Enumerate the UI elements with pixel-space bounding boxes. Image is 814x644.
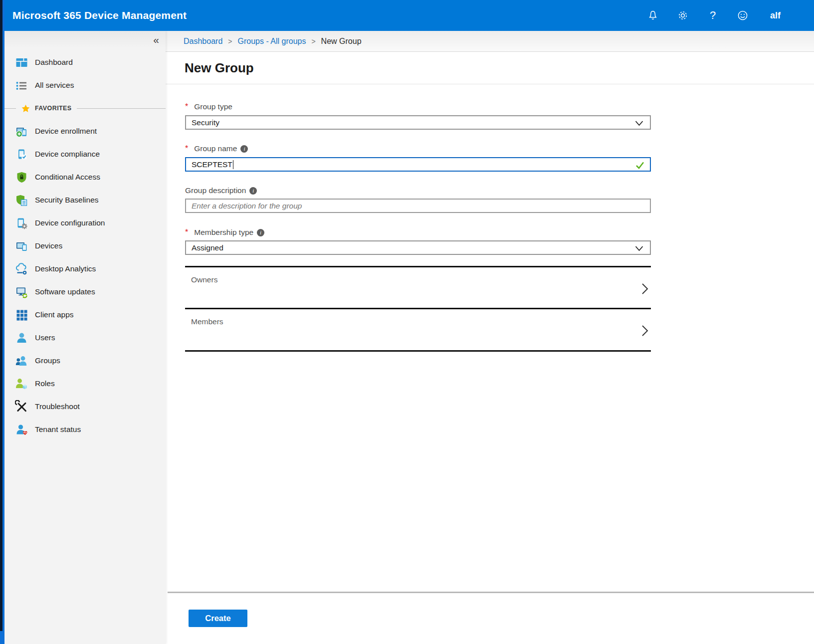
breadcrumb-separator: > <box>311 37 315 45</box>
info-icon[interactable]: i <box>257 229 264 236</box>
sidebar-collapse-button[interactable]: « <box>153 34 159 45</box>
favorites-label: FAVORITES <box>35 105 72 112</box>
sidebar-item-label: Tenant status <box>35 425 81 434</box>
device-configuration-icon <box>15 216 28 230</box>
device-compliance-icon <box>15 148 28 161</box>
chevron-down-icon <box>635 245 643 251</box>
app-title: Microsoft 365 Device Management <box>12 0 187 31</box>
info-icon[interactable]: i <box>240 145 248 153</box>
help-icon[interactable]: ? <box>706 9 719 22</box>
star-icon <box>21 104 30 113</box>
users-icon <box>15 331 28 345</box>
chevron-right-icon <box>641 283 648 295</box>
groups-icon <box>15 354 28 368</box>
sidebar-item-label: Roles <box>35 379 55 388</box>
settings-gear-icon[interactable] <box>676 9 689 22</box>
left-edge-strip-bottom <box>0 631 4 644</box>
sidebar: « Dashboard All services FAVOR <box>4 31 166 644</box>
dashboard-icon <box>15 56 28 69</box>
sidebar-item-client-apps[interactable]: Client apps <box>4 303 166 326</box>
membership-type-label: * Membership type i <box>185 227 264 237</box>
breadcrumb: Dashboard > Groups - All groups > New Gr… <box>166 31 814 52</box>
sidebar-item-label: Conditional Access <box>35 173 100 182</box>
security-baselines-icon <box>15 194 28 207</box>
sidebar-item-label: All services <box>35 81 74 90</box>
chevron-right-icon <box>641 325 648 337</box>
page-title: New Group <box>185 60 254 76</box>
group-description-input[interactable] <box>185 199 651 213</box>
membership-type-select[interactable]: Assigned <box>185 240 651 255</box>
group-name-label: * Group name i <box>185 144 248 154</box>
breadcrumb-link-dashboard[interactable]: Dashboard <box>184 37 222 46</box>
sidebar-item-all-services[interactable]: All services <box>4 74 166 97</box>
sidebar-item-devices[interactable]: Devices <box>4 234 166 257</box>
sidebar-item-tenant-status[interactable]: Tenant status <box>4 418 166 441</box>
required-asterisk: * <box>185 227 188 237</box>
conditional-access-icon <box>15 171 28 184</box>
sidebar-item-groups[interactable]: Groups <box>4 349 166 372</box>
create-button[interactable]: Create <box>189 610 247 627</box>
sidebar-item-security-baselines[interactable]: Security Baselines <box>4 189 166 212</box>
all-services-icon <box>15 79 28 92</box>
required-asterisk: * <box>185 144 188 154</box>
breadcrumb-separator: > <box>228 37 232 45</box>
sidebar-item-software-updates[interactable]: Software updates <box>4 280 166 303</box>
sidebar-item-device-enrollment[interactable]: Device enrollment <box>4 120 166 143</box>
notifications-bell-icon[interactable] <box>646 9 659 22</box>
required-asterisk: * <box>185 102 188 112</box>
breadcrumb-current: New Group <box>321 37 362 46</box>
owners-label: Owners <box>191 275 217 284</box>
devices-icon <box>15 239 28 253</box>
valid-check-icon <box>635 160 645 170</box>
sidebar-item-desktop-analytics[interactable]: Desktop Analytics <box>4 257 166 280</box>
members-label: Members <box>191 317 223 326</box>
members-row[interactable]: Members <box>185 309 651 352</box>
roles-icon <box>15 377 28 391</box>
divider <box>4 108 16 109</box>
software-updates-icon <box>15 285 28 299</box>
favorites-header: FAVORITES <box>4 97 166 120</box>
tenant-status-icon <box>15 423 28 436</box>
troubleshoot-icon <box>15 400 28 414</box>
left-edge-strip <box>0 0 4 644</box>
owners-row[interactable]: Owners <box>185 267 651 309</box>
main-content: * Group type Security * Group name i SCE… <box>166 84 814 644</box>
sidebar-item-label: Users <box>35 333 55 342</box>
group-type-label: * Group type <box>185 102 232 112</box>
sidebar-item-label: Client apps <box>35 310 74 319</box>
user-label[interactable]: alf <box>770 10 781 21</box>
sidebar-item-label: Security Baselines <box>35 196 99 205</box>
group-description-label: Group description i <box>185 186 257 196</box>
title-bar: New Group <box>166 52 814 84</box>
desktop-analytics-icon <box>15 262 28 276</box>
breadcrumb-link-groups-all-groups[interactable]: Groups - All groups <box>237 37 306 46</box>
feedback-smiley-icon[interactable] <box>736 9 749 22</box>
sidebar-item-label: Device configuration <box>35 218 105 227</box>
group-name-input[interactable]: SCEPTEST <box>185 157 651 172</box>
assignment-sections: Owners Members <box>185 266 651 352</box>
sidebar-item-label: Desktop Analytics <box>35 264 96 273</box>
sidebar-item-label: Groups <box>35 356 60 365</box>
sidebar-item-label: Device enrollment <box>35 127 97 136</box>
sidebar-item-label: Device compliance <box>35 150 100 159</box>
sidebar-item-device-configuration[interactable]: Device configuration <box>4 212 166 234</box>
footer-divider <box>168 592 814 593</box>
sidebar-item-conditional-access[interactable]: Conditional Access <box>4 166 166 189</box>
sidebar-item-label: Devices <box>35 241 62 250</box>
group-type-select[interactable]: Security <box>185 115 651 130</box>
sidebar-item-device-compliance[interactable]: Device compliance <box>4 143 166 166</box>
sidebar-item-label: Dashboard <box>35 58 73 67</box>
text-caret <box>233 160 233 169</box>
sidebar-item-troubleshoot[interactable]: Troubleshoot <box>4 395 166 418</box>
sidebar-item-roles[interactable]: Roles <box>4 372 166 395</box>
client-apps-icon <box>15 308 28 322</box>
chevron-down-icon <box>635 120 643 126</box>
sidebar-item-label: Software updates <box>35 287 95 296</box>
sidebar-item-label: Troubleshoot <box>35 402 80 411</box>
sidebar-item-users[interactable]: Users <box>4 326 166 349</box>
sidebar-item-dashboard[interactable]: Dashboard <box>4 51 166 74</box>
topbar-actions: ? alf <box>646 0 781 31</box>
topbar: Microsoft 365 Device Management ? <box>0 0 814 31</box>
divider <box>77 108 166 109</box>
info-icon[interactable]: i <box>249 187 257 195</box>
